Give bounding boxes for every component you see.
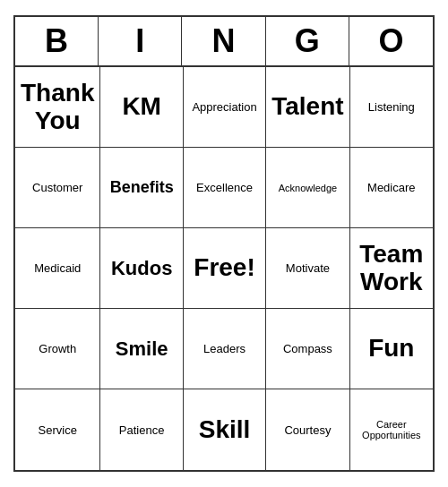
cell-text: Team Work xyxy=(356,241,427,296)
cell-text: Service xyxy=(39,423,77,437)
bingo-cell: Skill xyxy=(184,389,266,470)
bingo-cell: Motivate xyxy=(266,228,349,309)
bingo-cell: Patience xyxy=(100,389,183,470)
cell-text: Acknowledge xyxy=(279,183,337,193)
bingo-cell: Excellence xyxy=(184,148,266,228)
bingo-cell: Free! xyxy=(184,228,266,309)
bingo-letter: G xyxy=(266,17,349,65)
cell-text: Talent xyxy=(271,93,343,121)
cell-text: Motivate xyxy=(286,261,330,275)
bingo-letter: O xyxy=(349,17,433,65)
cell-text: Appreciation xyxy=(192,100,256,114)
bingo-cell: Acknowledge xyxy=(266,148,349,228)
cell-text: KM xyxy=(122,93,161,121)
cell-text: Medicare xyxy=(367,181,415,194)
cell-text: Patience xyxy=(119,423,165,437)
bingo-cell: Service xyxy=(15,389,100,470)
cell-text: Free! xyxy=(194,254,254,282)
bingo-cell: Compass xyxy=(266,309,349,389)
cell-text: Thank You xyxy=(21,80,94,135)
bingo-cell: Courtesy xyxy=(266,389,349,470)
cell-text: Career Opportunities xyxy=(356,419,427,440)
cell-text: Excellence xyxy=(196,181,253,194)
bingo-cell: Appreciation xyxy=(184,67,266,148)
bingo-cell: Team Work xyxy=(350,228,433,309)
cell-text: Listening xyxy=(368,100,415,114)
bingo-letter: I xyxy=(99,17,182,65)
cell-text: Fun xyxy=(368,335,414,363)
bingo-letter: N xyxy=(182,17,265,65)
cell-text: Customer xyxy=(32,181,82,194)
cell-text: Skill xyxy=(199,416,251,444)
bingo-cell: Kudos xyxy=(100,228,183,309)
bingo-cell: Talent xyxy=(266,67,349,148)
cell-text: Leaders xyxy=(203,342,246,355)
bingo-card: BINGO Thank YouKMAppreciationTalentListe… xyxy=(13,15,435,472)
cell-text: Kudos xyxy=(111,257,172,280)
cell-text: Benefits xyxy=(110,178,174,197)
cell-text: Compass xyxy=(283,342,332,355)
bingo-cell: Thank You xyxy=(15,67,100,148)
bingo-cell: Medicare xyxy=(350,148,433,228)
bingo-cell: Customer xyxy=(15,148,100,228)
bingo-cell: Fun xyxy=(350,309,433,389)
cell-text: Growth xyxy=(39,342,76,355)
cell-text: Medicaid xyxy=(34,261,81,275)
bingo-cell: Growth xyxy=(15,309,100,389)
bingo-cell: Listening xyxy=(350,67,433,148)
bingo-grid: Thank YouKMAppreciationTalentListeningCu… xyxy=(15,67,433,470)
bingo-cell: Benefits xyxy=(100,148,183,228)
bingo-cell: KM xyxy=(100,67,183,148)
bingo-cell: Career Opportunities xyxy=(350,389,433,470)
bingo-letter: B xyxy=(15,17,99,65)
bingo-cell: Medicaid xyxy=(15,228,100,309)
bingo-cell: Leaders xyxy=(184,309,266,389)
cell-text: Courtesy xyxy=(284,423,331,437)
bingo-header: BINGO xyxy=(15,17,433,67)
cell-text: Smile xyxy=(116,337,168,361)
bingo-cell: Smile xyxy=(100,309,183,389)
